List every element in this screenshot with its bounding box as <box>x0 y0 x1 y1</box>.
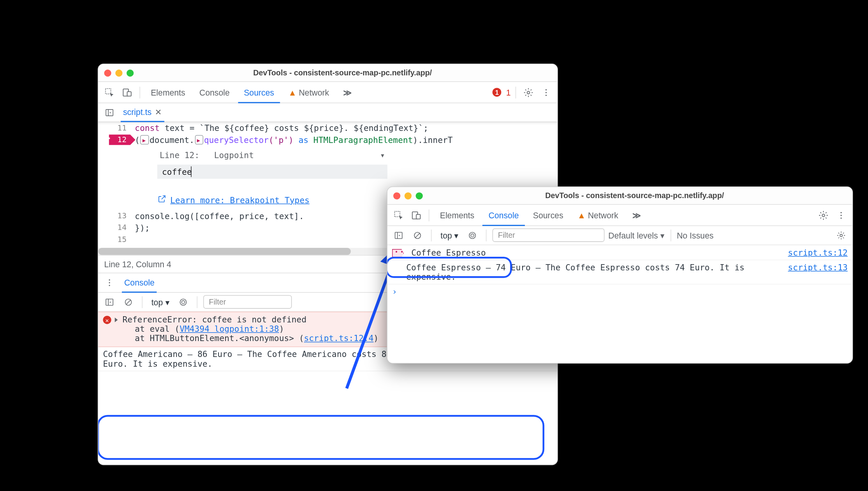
svg-rect-22 <box>416 214 420 218</box>
svg-point-17 <box>182 300 185 303</box>
warning-icon: ▲ <box>578 211 586 220</box>
gear-icon[interactable] <box>833 228 849 243</box>
svg-point-10 <box>109 279 110 280</box>
annotation-highlight-error <box>98 415 545 460</box>
source-link[interactable]: script.ts:13 <box>788 263 848 272</box>
minimize-icon[interactable] <box>404 192 411 199</box>
logpoint-expression-input[interactable]: coffee <box>157 165 387 179</box>
code-line-11: 11 const text = `The ${coffee} costs ${p… <box>98 122 557 134</box>
svg-rect-7 <box>106 109 113 115</box>
logpoint-marker-icon[interactable]: 12 ·· <box>98 134 135 145</box>
chevron-down-icon: ▾ <box>380 150 385 160</box>
issues-label[interactable]: No Issues <box>677 230 714 240</box>
svg-point-23 <box>822 214 825 216</box>
clear-console-icon[interactable] <box>121 294 136 310</box>
gear-icon[interactable] <box>521 85 536 100</box>
svg-point-18 <box>181 299 187 305</box>
svg-point-32 <box>469 232 476 238</box>
error-icon: ✕ <box>103 316 111 324</box>
inspect-icon[interactable] <box>391 207 406 223</box>
kebab-icon[interactable] <box>102 275 117 291</box>
inspect-icon[interactable] <box>102 85 117 100</box>
error-count-text: 1 <box>506 87 511 97</box>
minimize-icon[interactable] <box>115 69 122 76</box>
console-prompt[interactable]: › <box>387 284 852 298</box>
tab-elements[interactable]: Elements <box>434 204 480 226</box>
filter-input[interactable]: Filter <box>203 295 292 309</box>
svg-point-12 <box>109 285 110 286</box>
clear-console-icon[interactable] <box>410 228 425 243</box>
svg-point-24 <box>840 212 842 213</box>
tab-elements[interactable]: Elements <box>145 82 191 103</box>
kebab-icon[interactable] <box>538 85 554 100</box>
tab-sources[interactable]: Sources <box>238 82 280 103</box>
zoom-icon[interactable] <box>127 69 134 76</box>
titlebar: DevTools - consistent-source-map-pc.netl… <box>387 187 852 205</box>
code-line-12: 12 ·· 12 (▸document.▸querySelector('p') … <box>98 134 557 146</box>
logpoint-editor: Line 12: Logpoint ▾ coffee Learn more: B… <box>157 149 387 205</box>
filter-input[interactable]: Filter <box>493 228 605 242</box>
live-expression-icon[interactable] <box>176 294 191 310</box>
close-icon[interactable] <box>393 192 400 199</box>
tabs-overflow[interactable]: ≫ <box>337 82 358 103</box>
learn-more-link[interactable]: Learn more: Breakpoint Types <box>157 194 387 205</box>
tab-network[interactable]: ▲ Network <box>571 204 624 226</box>
console-log: script.ts:13 Coffee Espresso – 74 Euro –… <box>387 260 852 284</box>
svg-line-30 <box>415 233 420 237</box>
devtools-window-2: DevTools - consistent-source-map-pc.netl… <box>387 186 853 364</box>
chevron-down-icon: ▾ <box>165 297 170 306</box>
svg-point-6 <box>545 94 547 96</box>
zoom-icon[interactable] <box>416 192 423 199</box>
tab-sources[interactable]: Sources <box>527 204 569 226</box>
external-link-icon <box>157 194 167 205</box>
svg-point-25 <box>840 214 842 216</box>
logpoint-type-select[interactable]: Line 12: Logpoint ▾ <box>157 149 387 161</box>
file-tabs: script.ts ✕ <box>98 103 557 122</box>
warning-icon: ▲ <box>288 87 297 97</box>
main-tabs: Elements Console Sources ▲ Network ≫ <box>387 205 852 226</box>
console-toolbar: top ▾ Filter Default levels ▾ No Issues <box>387 226 852 245</box>
svg-point-26 <box>840 217 842 218</box>
file-tab-script-ts[interactable]: script.ts ✕ <box>121 103 165 122</box>
svg-point-31 <box>471 233 474 237</box>
sidebar-toggle-icon[interactable] <box>391 228 406 243</box>
error-count-badge[interactable]: 1 <box>493 88 502 97</box>
svg-point-4 <box>545 89 547 90</box>
source-link[interactable]: script.ts:12 <box>788 248 848 257</box>
device-icon[interactable] <box>409 207 424 223</box>
svg-point-3 <box>527 91 530 94</box>
window-title: DevTools - consistent-source-map-pc.netl… <box>134 68 551 77</box>
svg-line-16 <box>126 299 131 304</box>
close-icon[interactable]: ✕ <box>155 102 162 121</box>
svg-rect-27 <box>395 232 402 238</box>
svg-rect-2 <box>127 91 131 96</box>
svg-point-33 <box>840 234 842 236</box>
drawer-tab-console[interactable]: Console <box>122 273 157 293</box>
log-levels-select[interactable]: Default levels ▾ <box>608 230 664 240</box>
expand-icon[interactable] <box>115 317 118 322</box>
console-messages: script.ts:12 Coffee Espresso script.ts:1… <box>387 245 852 298</box>
context-selector[interactable]: top ▾ <box>148 296 172 307</box>
chevron-down-icon: ▾ <box>454 230 458 240</box>
main-tabs: Elements Console Sources ▲ Network ≫ 1 1 <box>98 82 557 103</box>
traffic-lights[interactable] <box>104 69 134 76</box>
tab-network[interactable]: ▲ Network <box>283 82 335 103</box>
navigator-toggle-icon[interactable] <box>102 104 117 120</box>
close-icon[interactable] <box>104 69 111 76</box>
tab-console[interactable]: Console <box>193 82 235 103</box>
svg-point-5 <box>545 92 547 93</box>
kebab-icon[interactable] <box>833 207 849 223</box>
traffic-lights[interactable] <box>393 192 423 199</box>
device-icon[interactable] <box>120 85 135 100</box>
svg-point-11 <box>109 282 110 283</box>
tabs-overflow[interactable]: ≫ <box>627 204 647 226</box>
tab-console[interactable]: Console <box>483 204 524 226</box>
sidebar-toggle-icon[interactable] <box>102 294 117 310</box>
titlebar: DevTools - consistent-source-map-pc.netl… <box>98 64 557 82</box>
context-selector[interactable]: top ▾ <box>437 230 462 240</box>
window-title: DevTools - consistent-source-map-pc.netl… <box>423 191 846 200</box>
console-logpoint-message: script.ts:12 Coffee Espresso <box>387 245 852 260</box>
live-expression-icon[interactable] <box>465 228 481 243</box>
gear-icon[interactable] <box>816 207 831 223</box>
logpoint-badge-icon <box>392 249 404 257</box>
